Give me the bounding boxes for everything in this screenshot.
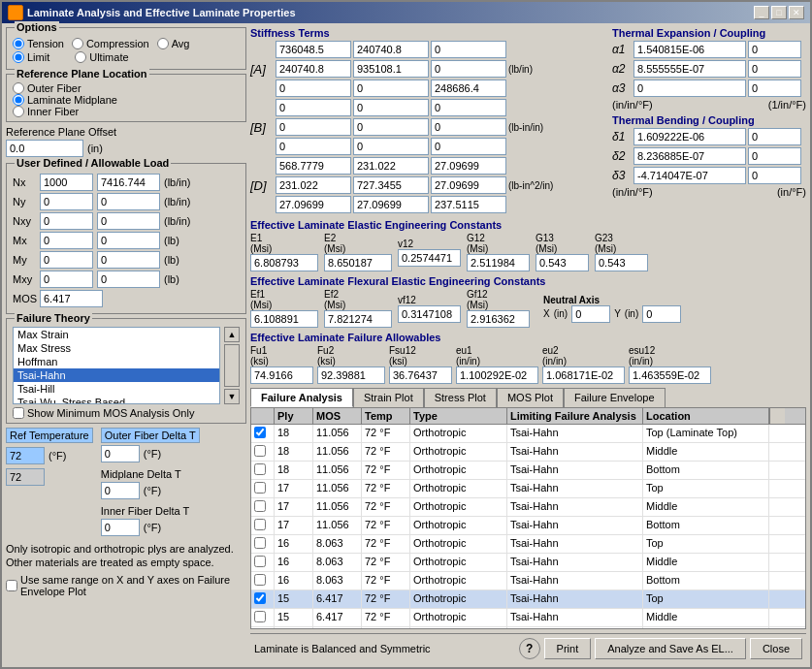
table-body[interactable]: 18 11.056 72 °F Orthotropic Tsai-Hahn To…	[251, 425, 805, 628]
help-button[interactable]: ?	[519, 638, 540, 659]
same-range-checkbox[interactable]	[6, 580, 17, 591]
a33[interactable]	[431, 80, 506, 97]
a32[interactable]	[353, 80, 429, 97]
analyze-save-button[interactable]: Analyze and Save As EL...	[595, 638, 746, 659]
a31[interactable]	[276, 80, 351, 97]
tab-stress-plot[interactable]: Stress Plot	[424, 388, 497, 407]
nx-input2[interactable]	[97, 174, 160, 191]
max-stress-item[interactable]: Max Stress	[14, 341, 219, 355]
ny-input2[interactable]	[97, 193, 160, 210]
b33[interactable]	[431, 138, 506, 155]
ref-temp-input[interactable]	[6, 447, 45, 464]
b13[interactable]	[431, 99, 506, 116]
check-cell[interactable]	[251, 572, 275, 589]
mxy-input2[interactable]	[97, 271, 160, 288]
listbox-down-btn[interactable]: ▼	[224, 389, 240, 404]
check-cell[interactable]	[251, 443, 275, 461]
max-strain-item[interactable]: Max Strain	[14, 328, 219, 341]
a12[interactable]	[353, 41, 429, 58]
b11[interactable]	[276, 99, 351, 116]
d32[interactable]	[353, 196, 429, 213]
check-cell[interactable]	[251, 462, 275, 479]
d22[interactable]	[353, 176, 429, 194]
eu1-input[interactable]	[456, 366, 538, 384]
tsai-hill-item[interactable]: Tsai-Hill	[14, 382, 219, 396]
d2-input2[interactable]	[748, 147, 801, 165]
a2-input[interactable]	[633, 60, 746, 78]
fu2-input[interactable]	[317, 366, 385, 384]
g13-input[interactable]	[536, 254, 589, 271]
d23[interactable]	[431, 176, 506, 194]
gf12-input[interactable]	[467, 310, 530, 328]
outer-delta-input[interactable]	[101, 445, 140, 462]
close-window-button[interactable]: ✕	[789, 6, 804, 19]
hoffman-item[interactable]: Hoffman	[14, 355, 219, 368]
v12-input[interactable]	[398, 249, 461, 267]
e1-input[interactable]	[250, 254, 318, 271]
same-range-option[interactable]: Use same range on X and Y axes on Failur…	[6, 574, 246, 597]
y-input[interactable]	[642, 305, 681, 323]
tsai-hahn-item[interactable]: Tsai-Hahn	[14, 368, 219, 382]
my-input2[interactable]	[97, 251, 160, 269]
d3-input2[interactable]	[748, 167, 801, 184]
vf12-input[interactable]	[398, 305, 461, 323]
laminate-midplane-option[interactable]: Laminate Midplane	[13, 94, 240, 106]
g23-input[interactable]	[595, 254, 648, 271]
avg-option[interactable]: Avg	[157, 38, 190, 49]
tension-option[interactable]: Tension	[13, 38, 64, 49]
listbox-scrollbar[interactable]	[224, 344, 240, 387]
a1-input[interactable]	[633, 41, 746, 58]
failure-theory-listbox[interactable]: Max Strain Max Stress Hoffman Tsai-Hahn …	[13, 327, 220, 404]
check-cell[interactable]	[251, 609, 275, 626]
a22[interactable]	[353, 60, 429, 78]
ref-offset-input[interactable]	[6, 140, 83, 157]
a3-input2[interactable]	[748, 80, 801, 97]
tab-mos-plot[interactable]: MOS Plot	[497, 388, 564, 407]
mos-input[interactable]	[40, 290, 103, 307]
d1-input[interactable]	[633, 128, 746, 145]
fsu12-input[interactable]	[389, 366, 452, 384]
listbox-up-btn[interactable]: ▲	[224, 327, 240, 342]
nx-input1[interactable]	[40, 174, 93, 191]
d11[interactable]	[276, 157, 351, 175]
a21[interactable]	[276, 60, 351, 78]
tab-failure-envelope[interactable]: Failure Envelope	[564, 388, 666, 407]
print-button[interactable]: Print	[544, 638, 592, 659]
minimize-button[interactable]: _	[754, 6, 769, 19]
a3-input[interactable]	[633, 80, 746, 97]
mx-input2[interactable]	[97, 232, 160, 249]
d1-input2[interactable]	[748, 128, 801, 145]
check-cell[interactable]	[251, 627, 275, 628]
a13[interactable]	[431, 41, 506, 58]
fu1-input[interactable]	[250, 366, 313, 384]
b12[interactable]	[353, 99, 429, 116]
a1-input2[interactable]	[748, 41, 801, 58]
show-min-mos-option[interactable]: Show Minimum MOS Analysis Only	[13, 407, 240, 419]
close-button[interactable]: Close	[750, 638, 802, 659]
mx-input1[interactable]	[40, 232, 93, 249]
b22[interactable]	[353, 118, 429, 136]
d2-input[interactable]	[633, 147, 746, 165]
show-min-mos-checkbox[interactable]	[13, 407, 24, 419]
check-cell[interactable]	[251, 554, 275, 571]
tsai-wu-item[interactable]: Tsai-Wu, Stress Based	[14, 396, 219, 404]
check-cell[interactable]	[251, 480, 275, 497]
check-cell[interactable]	[251, 590, 275, 608]
ef1-input[interactable]	[250, 310, 318, 328]
mxy-input1[interactable]	[40, 271, 93, 288]
check-cell[interactable]	[251, 498, 275, 516]
check-cell[interactable]	[251, 517, 275, 534]
b31[interactable]	[276, 138, 351, 155]
check-cell[interactable]	[251, 535, 275, 553]
e2-input[interactable]	[324, 254, 392, 271]
d12[interactable]	[353, 157, 429, 175]
d21[interactable]	[276, 176, 351, 194]
eu2-input[interactable]	[542, 366, 625, 384]
esu12-input[interactable]	[629, 366, 711, 384]
limit-option[interactable]: Limit	[13, 51, 49, 63]
d13[interactable]	[431, 157, 506, 175]
a2-input2[interactable]	[748, 60, 801, 78]
ef2-input[interactable]	[324, 310, 392, 328]
g12-input[interactable]	[467, 254, 530, 271]
a23[interactable]	[431, 60, 506, 78]
